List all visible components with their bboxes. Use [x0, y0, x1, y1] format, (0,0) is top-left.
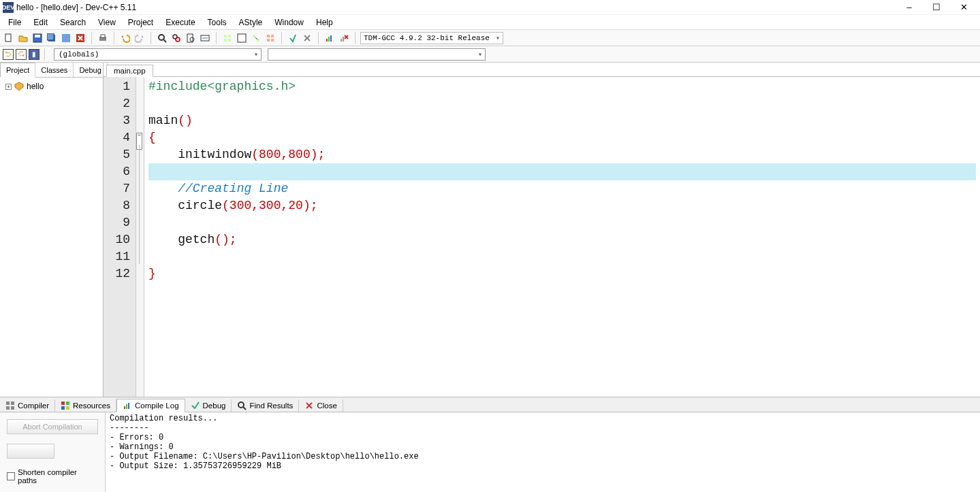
shorten-paths-checkbox[interactable]: Shorten compiler paths	[7, 468, 98, 485]
go-forward-icon[interactable]: ⮎	[16, 49, 27, 60]
tree-root-label: hello	[27, 82, 44, 91]
bottom-tab-label: Close	[317, 401, 336, 410]
replace-icon[interactable]	[170, 32, 183, 44]
svg-rect-8	[101, 35, 105, 37]
svg-rect-2	[35, 35, 40, 37]
blank-button[interactable]	[7, 444, 54, 459]
tree-root[interactable]: + hello	[3, 80, 100, 93]
rebuild-icon[interactable]	[264, 32, 276, 44]
menubar: FileEditSearchViewProjectExecuteToolsASt…	[0, 15, 980, 30]
project-icon	[14, 82, 24, 91]
scope-globals-dropdown[interactable]: (globals)	[54, 48, 262, 61]
shorten-paths-label: Shorten compiler paths	[18, 468, 98, 485]
scope-members-dropdown[interactable]	[268, 48, 486, 61]
abort-compilation-button[interactable]: Abort Compilation	[7, 419, 98, 434]
minimize-button[interactable]: –	[896, 0, 923, 15]
go-back-icon[interactable]: ⮌	[3, 49, 14, 60]
sidebar-tab-classes[interactable]: Classes	[35, 63, 74, 77]
bottom-tab-find-results[interactable]: Find Results	[232, 399, 299, 412]
svg-rect-0	[5, 34, 11, 42]
bottom-tab-label: Compile Log	[135, 401, 179, 410]
profile-icon[interactable]	[323, 32, 336, 44]
menu-execute[interactable]: Execute	[160, 16, 200, 29]
sidebar-tab-project[interactable]: Project	[0, 63, 35, 78]
sidebar-tab-debug[interactable]: Debug	[74, 63, 107, 77]
menu-view[interactable]: View	[93, 16, 121, 29]
print-icon[interactable]	[97, 32, 109, 44]
bottom-tab-label: Compiler	[18, 401, 49, 410]
new-file-icon[interactable]	[3, 32, 15, 44]
x-icon	[304, 401, 314, 410]
close-button[interactable]: ✕	[950, 0, 977, 15]
bottom-tabs: CompilerResourcesCompile LogDebugFind Re…	[0, 397, 980, 412]
menu-file[interactable]: File	[3, 16, 27, 29]
svg-point-9	[159, 35, 164, 40]
expand-icon[interactable]: +	[5, 84, 12, 90]
svg-rect-41	[128, 403, 129, 409]
save-all-icon[interactable]	[46, 32, 58, 44]
find-in-files-icon[interactable]	[185, 32, 197, 44]
compiler-select[interactable]: TDM-GCC 4.9.2 32-bit Release	[360, 32, 503, 44]
bottom-tab-close[interactable]: Close	[299, 399, 343, 412]
svg-rect-30	[343, 37, 344, 42]
bottom-tab-label: Debug	[203, 401, 226, 410]
bottom-tab-resources[interactable]: Resources	[55, 399, 116, 412]
menu-search[interactable]: Search	[54, 16, 91, 29]
menu-astyle[interactable]: AStyle	[234, 16, 268, 29]
bookmark-icon[interactable]: ▮	[29, 49, 39, 60]
svg-rect-24	[267, 39, 270, 42]
compile-log-output[interactable]: Compilation results... -------- - Errors…	[106, 412, 980, 492]
compile-run-icon[interactable]	[250, 32, 262, 44]
svg-rect-25	[271, 39, 274, 42]
sidebar: ProjectClassesDebug + hello	[0, 63, 104, 397]
stop-icon[interactable]	[301, 32, 313, 44]
app-icon: DEV	[3, 2, 14, 13]
menu-project[interactable]: Project	[123, 16, 159, 29]
goto-icon[interactable]	[199, 32, 211, 44]
editor-tab-main[interactable]: main.cpp	[106, 65, 153, 77]
debug-icon[interactable]	[287, 32, 299, 44]
svg-rect-29	[341, 39, 342, 42]
compiler-select-value: TDM-GCC 4.9.2 32-bit Release	[364, 34, 490, 42]
close-file-icon[interactable]	[74, 32, 86, 44]
svg-rect-22	[267, 35, 270, 37]
svg-rect-12	[187, 34, 193, 42]
svg-rect-23	[271, 35, 274, 37]
compile-log-controls: Abort Compilation Shorten compiler paths	[0, 412, 106, 492]
scope-globals-value: (globals)	[59, 50, 99, 59]
checkbox-icon	[7, 472, 15, 480]
main-area: ProjectClassesDebug + hello main.cpp 123…	[0, 63, 980, 397]
abort-label: Abort Compilation	[22, 423, 82, 431]
code-editor[interactable]: 123456789101112 − #include<graphics.h> m…	[104, 77, 980, 397]
open-icon[interactable]	[17, 32, 29, 44]
code-body[interactable]: #include<graphics.h> main(){ initwindow(…	[144, 77, 980, 397]
svg-rect-36	[66, 401, 69, 405]
compile-icon[interactable]	[221, 32, 234, 44]
svg-rect-4	[47, 33, 54, 40]
bottom-tab-debug[interactable]: Debug	[185, 399, 232, 412]
menu-help[interactable]: Help	[311, 16, 338, 29]
svg-rect-17	[224, 39, 227, 42]
find-icon[interactable]	[156, 32, 168, 44]
save-icon[interactable]	[31, 32, 44, 44]
grid-color-icon	[61, 401, 70, 410]
grid-icon	[5, 401, 15, 410]
project-tree: + hello	[0, 78, 103, 95]
bottom-tab-compile-log[interactable]: Compile Log	[116, 399, 185, 412]
menu-edit[interactable]: Edit	[28, 16, 53, 29]
svg-rect-5	[62, 34, 70, 42]
redo-icon[interactable]	[133, 32, 146, 44]
maximize-button[interactable]: ☐	[923, 0, 950, 15]
titlebar: DEV hello - [hello.dev] - Dev-C++ 5.11 –…	[0, 0, 980, 15]
menu-tools[interactable]: Tools	[202, 16, 232, 29]
editor-area: main.cpp 123456789101112 − #include<grap…	[104, 63, 980, 397]
save-project-icon[interactable]	[60, 32, 72, 44]
svg-rect-32	[11, 401, 14, 405]
run-icon[interactable]	[236, 32, 248, 44]
svg-rect-15	[224, 35, 227, 37]
bottom-tab-compiler[interactable]: Compiler	[0, 399, 55, 412]
bottom-body: Abort Compilation Shorten compiler paths…	[0, 412, 980, 492]
delete-profile-icon[interactable]	[338, 32, 350, 44]
menu-window[interactable]: Window	[269, 16, 309, 29]
undo-icon[interactable]	[119, 32, 131, 44]
